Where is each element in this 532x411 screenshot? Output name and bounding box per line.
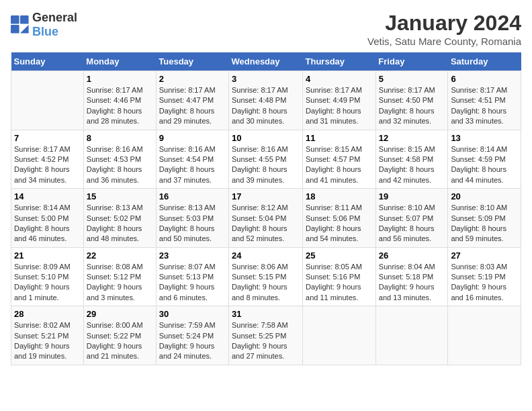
sunrise-text: Sunrise: 7:58 AM bbox=[232, 320, 300, 330]
sunset-text: Sunset: 4:59 PM bbox=[451, 154, 518, 165]
day-number: 2 bbox=[159, 74, 226, 84]
sunrise-text: Sunrise: 8:17 AM bbox=[14, 144, 81, 154]
daylight-text: Daylight: 9 hours and 19 minutes. bbox=[14, 341, 81, 362]
sunrise-text: Sunrise: 8:14 AM bbox=[451, 144, 518, 154]
daylight-text: Daylight: 9 hours and 3 minutes. bbox=[87, 282, 153, 303]
day-number: 25 bbox=[306, 250, 373, 261]
day-number: 1 bbox=[87, 74, 153, 84]
day-number: 8 bbox=[87, 133, 153, 143]
sunrise-text: Sunrise: 8:17 AM bbox=[306, 85, 373, 95]
day-number: 12 bbox=[379, 133, 445, 143]
calendar-cell: 11Sunrise: 8:15 AMSunset: 4:57 PMDayligh… bbox=[303, 130, 376, 189]
day-number: 6 bbox=[451, 74, 518, 84]
daylight-text: Daylight: 8 hours and 48 minutes. bbox=[87, 224, 153, 244]
logo-general: General bbox=[32, 11, 77, 24]
logo: General Blue bbox=[11, 11, 77, 39]
day-info: Sunrise: 8:09 AMSunset: 5:10 PMDaylight:… bbox=[14, 262, 81, 304]
calendar-cell: 22Sunrise: 8:08 AMSunset: 5:12 PMDayligh… bbox=[83, 247, 156, 306]
daylight-text: Daylight: 8 hours and 54 minutes. bbox=[306, 224, 373, 244]
logo-blue: Blue bbox=[32, 25, 58, 38]
day-info: Sunrise: 8:12 AMSunset: 5:04 PMDaylight:… bbox=[232, 203, 300, 244]
day-info: Sunrise: 8:17 AMSunset: 4:50 PMDaylight:… bbox=[379, 85, 445, 127]
daylight-text: Daylight: 9 hours and 6 minutes. bbox=[159, 282, 226, 303]
day-info: Sunrise: 8:13 AMSunset: 5:02 PMDaylight:… bbox=[87, 203, 153, 244]
sunset-text: Sunset: 5:13 PM bbox=[159, 272, 226, 282]
sunset-text: Sunset: 5:10 PM bbox=[14, 272, 81, 282]
day-info: Sunrise: 8:14 AMSunset: 4:59 PMDaylight:… bbox=[451, 144, 518, 186]
daylight-text: Daylight: 8 hours and 46 minutes. bbox=[14, 224, 81, 244]
calendar-cell: 30Sunrise: 7:59 AMSunset: 5:24 PMDayligh… bbox=[156, 306, 228, 365]
sunset-text: Sunset: 5:21 PM bbox=[14, 331, 81, 341]
sunrise-text: Sunrise: 8:08 AM bbox=[87, 262, 153, 272]
sunset-text: Sunset: 5:19 PM bbox=[451, 272, 518, 282]
day-info: Sunrise: 8:04 AMSunset: 5:18 PMDaylight:… bbox=[379, 262, 445, 304]
day-info: Sunrise: 8:17 AMSunset: 4:47 PMDaylight:… bbox=[159, 85, 226, 127]
day-number: 28 bbox=[14, 309, 81, 319]
day-number: 3 bbox=[232, 74, 300, 84]
day-number: 21 bbox=[14, 250, 81, 261]
daylight-text: Daylight: 9 hours and 11 minutes. bbox=[306, 282, 373, 303]
day-info: Sunrise: 8:14 AMSunset: 5:00 PMDaylight:… bbox=[14, 203, 81, 244]
calendar-cell: 15Sunrise: 8:13 AMSunset: 5:02 PMDayligh… bbox=[83, 189, 156, 248]
page-subtitle: Vetis, Satu Mare County, Romania bbox=[367, 36, 521, 47]
sunset-text: Sunset: 4:55 PM bbox=[232, 154, 300, 165]
calendar-cell: 1Sunrise: 8:17 AMSunset: 4:46 PMDaylight… bbox=[83, 71, 156, 130]
sunset-text: Sunset: 4:48 PM bbox=[232, 95, 300, 105]
calendar-cell: 17Sunrise: 8:12 AMSunset: 5:04 PMDayligh… bbox=[229, 189, 303, 248]
day-info: Sunrise: 7:59 AMSunset: 5:24 PMDaylight:… bbox=[159, 320, 226, 362]
calendar-week-row: 21Sunrise: 8:09 AMSunset: 5:10 PMDayligh… bbox=[11, 247, 521, 306]
sunset-text: Sunset: 4:57 PM bbox=[306, 154, 373, 165]
daylight-text: Daylight: 8 hours and 56 minutes. bbox=[379, 224, 445, 244]
sunset-text: Sunset: 4:51 PM bbox=[451, 95, 518, 105]
daylight-text: Daylight: 9 hours and 13 minutes. bbox=[379, 282, 445, 303]
day-number: 9 bbox=[159, 133, 226, 143]
daylight-text: Daylight: 8 hours and 28 minutes. bbox=[87, 106, 153, 127]
sunrise-text: Sunrise: 8:03 AM bbox=[451, 262, 518, 272]
weekday-header: Saturday bbox=[448, 52, 521, 71]
day-number: 23 bbox=[159, 250, 226, 261]
weekday-header-row: SundayMondayTuesdayWednesdayThursdayFrid… bbox=[11, 52, 521, 71]
calendar-cell: 9Sunrise: 8:16 AMSunset: 4:54 PMDaylight… bbox=[156, 130, 228, 189]
day-info: Sunrise: 8:06 AMSunset: 5:15 PMDaylight:… bbox=[232, 262, 300, 304]
weekday-header: Thursday bbox=[303, 52, 376, 71]
sunrise-text: Sunrise: 8:04 AM bbox=[379, 262, 445, 272]
header: General Blue January 2024 Vetis, Satu Ma… bbox=[11, 11, 521, 47]
daylight-text: Daylight: 9 hours and 27 minutes. bbox=[232, 341, 300, 362]
calendar-cell: 31Sunrise: 7:58 AMSunset: 5:25 PMDayligh… bbox=[229, 306, 303, 365]
sunrise-text: Sunrise: 8:16 AM bbox=[159, 144, 226, 154]
sunrise-text: Sunrise: 8:06 AM bbox=[232, 262, 300, 272]
sunset-text: Sunset: 5:02 PM bbox=[87, 214, 153, 224]
sunset-text: Sunset: 4:58 PM bbox=[379, 154, 445, 165]
daylight-text: Daylight: 9 hours and 1 minute. bbox=[14, 282, 81, 303]
sunset-text: Sunset: 4:52 PM bbox=[14, 154, 81, 165]
sunrise-text: Sunrise: 8:16 AM bbox=[232, 144, 300, 154]
sunrise-text: Sunrise: 8:12 AM bbox=[232, 203, 300, 213]
calendar-cell: 8Sunrise: 8:16 AMSunset: 4:53 PMDaylight… bbox=[83, 130, 156, 189]
sunset-text: Sunset: 5:07 PM bbox=[379, 214, 445, 224]
day-info: Sunrise: 8:17 AMSunset: 4:49 PMDaylight:… bbox=[306, 85, 373, 127]
sunset-text: Sunset: 4:54 PM bbox=[159, 154, 226, 165]
daylight-text: Daylight: 8 hours and 44 minutes. bbox=[451, 165, 518, 185]
weekday-header: Friday bbox=[375, 52, 448, 71]
sunset-text: Sunset: 4:49 PM bbox=[306, 95, 373, 105]
calendar-cell: 18Sunrise: 8:11 AMSunset: 5:06 PMDayligh… bbox=[303, 189, 376, 248]
daylight-text: Daylight: 8 hours and 29 minutes. bbox=[159, 106, 226, 127]
day-number: 17 bbox=[232, 191, 300, 201]
daylight-text: Daylight: 8 hours and 37 minutes. bbox=[159, 165, 226, 185]
day-info: Sunrise: 8:13 AMSunset: 5:03 PMDaylight:… bbox=[159, 203, 226, 244]
daylight-text: Daylight: 8 hours and 34 minutes. bbox=[14, 165, 81, 185]
day-number: 13 bbox=[451, 133, 518, 143]
calendar-cell: 10Sunrise: 8:16 AMSunset: 4:55 PMDayligh… bbox=[229, 130, 303, 189]
calendar-cell bbox=[11, 71, 84, 130]
calendar-cell: 28Sunrise: 8:02 AMSunset: 5:21 PMDayligh… bbox=[11, 306, 84, 365]
sunset-text: Sunset: 5:18 PM bbox=[379, 272, 445, 282]
sunset-text: Sunset: 4:50 PM bbox=[379, 95, 445, 105]
sunrise-text: Sunrise: 8:17 AM bbox=[451, 85, 518, 95]
sunset-text: Sunset: 4:53 PM bbox=[87, 154, 153, 165]
day-info: Sunrise: 8:03 AMSunset: 5:19 PMDaylight:… bbox=[451, 262, 518, 304]
sunrise-text: Sunrise: 8:17 AM bbox=[232, 85, 300, 95]
sunset-text: Sunset: 5:04 PM bbox=[232, 214, 300, 224]
sunset-text: Sunset: 4:46 PM bbox=[87, 95, 153, 105]
sunrise-text: Sunrise: 8:13 AM bbox=[87, 203, 153, 213]
calendar-cell: 27Sunrise: 8:03 AMSunset: 5:19 PMDayligh… bbox=[448, 247, 521, 306]
